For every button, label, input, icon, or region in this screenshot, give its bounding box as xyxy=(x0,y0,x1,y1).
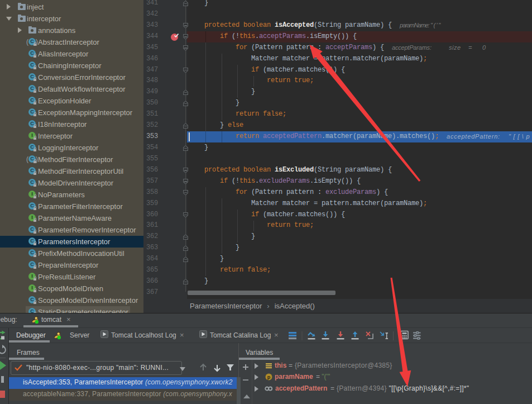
svg-text:p: p xyxy=(267,374,271,380)
